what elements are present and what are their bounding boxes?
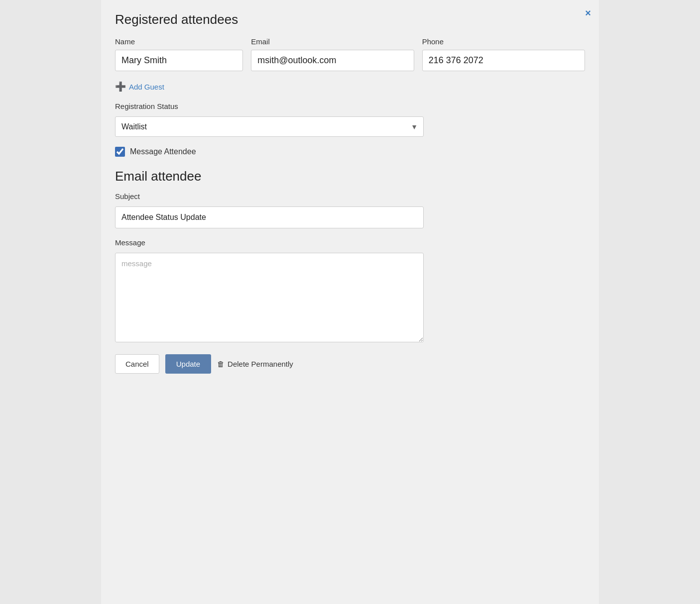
subject-label: Subject <box>115 192 585 201</box>
close-button[interactable]: × <box>585 8 591 18</box>
phone-field-group: Phone <box>422 37 585 71</box>
delete-permanently-label: Delete Permanently <box>228 360 293 368</box>
registration-status-label: Registration Status <box>115 102 585 110</box>
message-field-group: Message <box>115 238 585 342</box>
phone-label: Phone <box>422 37 585 46</box>
phone-input[interactable] <box>422 50 585 71</box>
email-input[interactable] <box>251 50 414 71</box>
cancel-button[interactable]: Cancel <box>115 354 159 374</box>
add-guest-button[interactable]: ➕ Add Guest <box>115 81 164 92</box>
registration-status-select[interactable]: Waitlist Registered Cancelled <box>115 116 424 137</box>
message-attendee-checkbox[interactable] <box>115 147 125 157</box>
panel-title: Registered attendees <box>115 12 585 27</box>
update-button[interactable]: Update <box>165 354 211 374</box>
add-guest-label: Add Guest <box>129 83 164 91</box>
message-textarea[interactable] <box>115 253 424 342</box>
registration-status-group: Registration Status Waitlist Registered … <box>115 102 585 147</box>
message-label: Message <box>115 238 585 247</box>
name-input[interactable] <box>115 50 243 71</box>
delete-permanently-button[interactable]: 🗑 Delete Permanently <box>217 360 293 368</box>
email-label: Email <box>251 37 414 46</box>
bottom-buttons-row: Cancel Update 🗑 Delete Permanently <box>115 354 585 374</box>
email-field-group: Email <box>251 37 414 71</box>
plus-circle-icon: ➕ <box>115 81 126 92</box>
subject-input[interactable] <box>115 206 424 228</box>
email-attendee-title: Email attendee <box>115 169 585 184</box>
registered-attendees-panel: Registered attendees × Name Email Phone … <box>101 0 599 604</box>
message-attendee-row: Message Attendee <box>115 147 585 157</box>
name-label: Name <box>115 37 243 46</box>
trash-icon: 🗑 <box>217 360 225 368</box>
message-attendee-label[interactable]: Message Attendee <box>130 147 196 156</box>
subject-field-group: Subject <box>115 192 585 238</box>
name-field-group: Name <box>115 37 243 71</box>
attendee-fields-row: Name Email Phone <box>115 37 585 71</box>
registration-status-select-wrapper: Waitlist Registered Cancelled ▼ <box>115 116 424 137</box>
